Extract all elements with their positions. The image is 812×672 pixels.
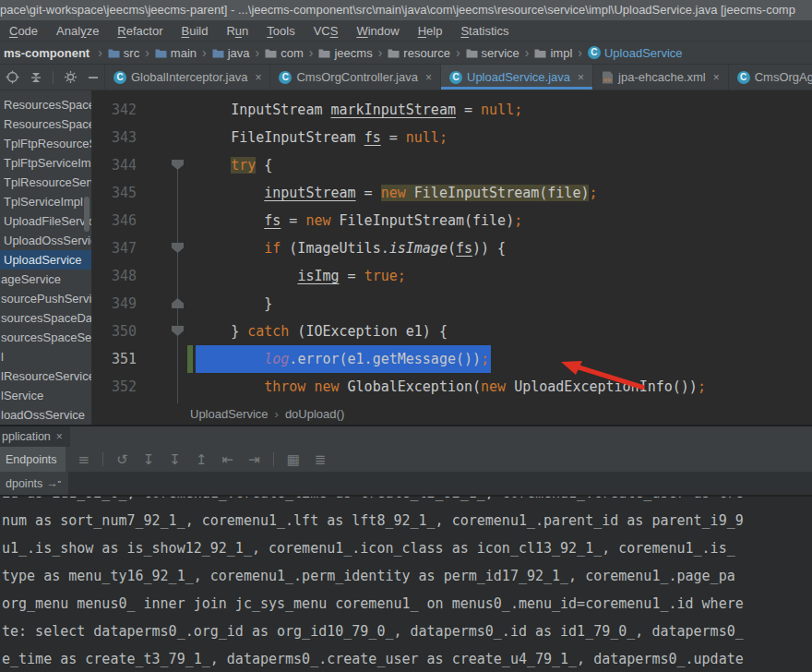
code-line-345[interactable]: 345 inputStream = new FileInputStream(fi… [92,179,812,207]
collapse-all-icon[interactable] [30,71,42,84]
sidebar-item-tplftpserviceimp[interactable]: TplFtpServiceImp [0,153,91,173]
menu-item-vcs[interactable]: VCS [304,24,348,38]
code-line-350[interactable]: 350 } catch (IOException e1) { [92,318,812,345]
line-content: } [196,290,274,318]
breadcrumb-method[interactable]: doUpload() [285,407,344,421]
line-number: 349 [92,290,137,318]
sql-console-output[interactable]: id as id1_92_0_, coremenu1_.create_time … [0,495,812,672]
endpoints-tab-row: Endpoints ≡↺↧↧↥⇤⇥▦≣ [0,447,812,472]
menu-item-statistics[interactable]: Statistics [451,24,518,38]
line-number: 351 [92,345,137,373]
breadcrumb-item-resource[interactable]: resource [388,46,450,60]
line-number: 348 [92,262,137,290]
menu-item-code[interactable]: Code [0,24,47,38]
sidebar-item-ageservice[interactable]: ageService [0,270,91,289]
close-icon[interactable]: × [425,71,432,84]
line-content: throw new GlobalException(new UploadExce… [196,373,708,401]
menu-icon[interactable]: ≡ [78,451,90,468]
code-line-343[interactable]: 343 FileInputStream fs = null; [92,124,812,151]
code-line-348[interactable]: 348 isImg = true; [92,262,812,290]
line-number: 350 [92,318,137,345]
breadcrumb-root[interactable]: ms-component [4,46,90,60]
step-over-icon[interactable]: ↧ [143,451,155,468]
goto-endpoint-icon[interactable]: ⇥ [248,451,260,468]
menu-item-build[interactable]: Build [173,24,218,38]
sidebar-item-lservice[interactable]: lService [0,386,91,405]
code-line-346[interactable]: 346 fs = new FileInputStream(file); [92,207,812,234]
code-line-349[interactable]: 349 } [92,290,812,318]
code-editor[interactable]: 342 InputStream markInputStream = null;3… [92,90,812,403]
menu-item-window[interactable]: Window [347,24,408,38]
breadcrumb-item-jeecms[interactable]: jeecms [318,46,372,60]
menu-item-analyze[interactable]: Analyze [47,24,108,38]
breadcrumb-item-service[interactable]: service [466,46,519,60]
breadcrumb-item-uploadservice[interactable]: CUploadService [588,46,683,60]
breadcrumb-item-src[interactable]: src [108,46,139,60]
sidebar-item-tplresourceservi[interactable]: TplResourceServi [0,173,91,192]
code-line-342[interactable]: 342 InputStream markInputStream = null; [92,96,812,124]
sidebar-item-resourcesspaced[interactable]: ResourcesSpaceD [0,95,91,114]
tab-endpoints-mini[interactable]: dpoints →" [0,472,68,495]
sidebar-scrollbar[interactable] [84,197,90,232]
class-icon: C [113,71,126,84]
sidebar-item-sourcepushservice[interactable]: sourcePushService [0,289,91,308]
view-options-icon[interactable]: ≣ [315,451,327,468]
step-into-icon[interactable]: ↧ [169,451,181,468]
breadcrumb: ms-component ›src›main›java›com›jeecms›r… [0,42,812,65]
close-icon[interactable]: × [56,430,63,443]
close-icon[interactable]: × [713,71,720,84]
sidebar-item-sourcesspacedata[interactable]: sourcesSpaceData [0,308,91,328]
sidebar-item-sourcesspaceserv[interactable]: sourcesSpaceServ [0,328,91,347]
code-line-344[interactable]: 344 try { [92,151,812,179]
navigate-target-icon[interactable] [6,70,19,84]
menu-item-tools[interactable]: Tools [257,24,304,38]
sidebar-item-lresourceservice[interactable]: lResourceService [0,366,91,386]
close-icon[interactable]: × [578,71,584,84]
breadcrumb-item-impl[interactable]: impl [534,46,572,60]
breadcrumb-chevron-icon: › [456,45,460,60]
tab-cmsorgagent-[interactable]: CCmsOrgAgent. [729,65,812,90]
step-out-icon[interactable]: ↥ [196,451,208,468]
menu-item-run[interactable]: Run [217,24,257,38]
tab-application-label: pplication [2,430,51,443]
sidebar-item-uploadservice[interactable]: UploadService [0,250,91,270]
menu-item-refactor[interactable]: Refactor [108,24,172,38]
folder-icon [155,48,167,58]
code-line-351[interactable]: 351 log.error(e1.getMessage()); [92,345,812,373]
menu-item-help[interactable]: Help [409,24,452,38]
tab-uploadservice-java[interactable]: CUploadService.java× [441,65,593,90]
endpoints-mini-tab-row: dpoints →" [0,472,812,495]
run-to-cursor-icon[interactable]: ⇤ [222,451,234,468]
tab-jpa-ehcache-xml[interactable]: <>jpa-ehcache.xml× [593,65,729,90]
sidebar-item-tplftpresourcese[interactable]: TplFtpResourceSe [0,134,91,153]
line-number: 342 [92,96,137,124]
sidebar-item-uploadossservic[interactable]: UploadOssServic [0,231,91,250]
ide-window: pace\git-workspace\jeecms\jeecms-parent]… [0,0,812,672]
tab-globalinterceptor-java[interactable]: CGlobalInterceptor.java× [105,65,270,90]
folder-icon [265,48,277,58]
sidebar-item-uploadfileservice[interactable]: UploadFileService [0,211,91,231]
toolbar-separator [273,452,274,466]
code-line-347[interactable]: 347 if (ImageUtils.isImage(fs)) { [92,234,812,262]
xml-file-icon: <> [602,71,614,84]
gear-icon[interactable] [64,70,78,84]
tab-endpoints-label: Endpoints [6,453,57,466]
sidebar-item-l[interactable]: l [0,347,91,366]
line-content: } catch (IOException e1) { [196,318,449,345]
breadcrumb-item-java[interactable]: java [212,46,250,60]
hide-panel-icon[interactable] [88,72,99,83]
rerun-icon[interactable]: ↺ [116,451,128,468]
sidebar-item-resourcesspaces[interactable]: ResourcesSpaceS [0,114,91,134]
close-icon[interactable]: × [255,71,261,84]
breadcrumb-item-com[interactable]: com [265,46,304,60]
line-content: FileInputStream fs = null; [196,124,449,151]
breadcrumb-item-main[interactable]: main [155,46,197,60]
code-line-352[interactable]: 352 throw new GlobalException(new Upload… [92,373,812,401]
tab-application[interactable]: pplication × [0,426,70,447]
sidebar-item-tplserviceimpl[interactable]: TplServiceImpl [0,192,91,211]
tab-cmsorgcontroller-java[interactable]: CCmsOrgController.java× [270,65,441,90]
table-view-icon[interactable]: ▦ [287,451,300,468]
breadcrumb-class[interactable]: UploadService [190,407,269,421]
sidebar-item-loadossservice[interactable]: loadOssService [0,405,91,425]
tab-endpoints[interactable]: Endpoints [0,447,66,472]
